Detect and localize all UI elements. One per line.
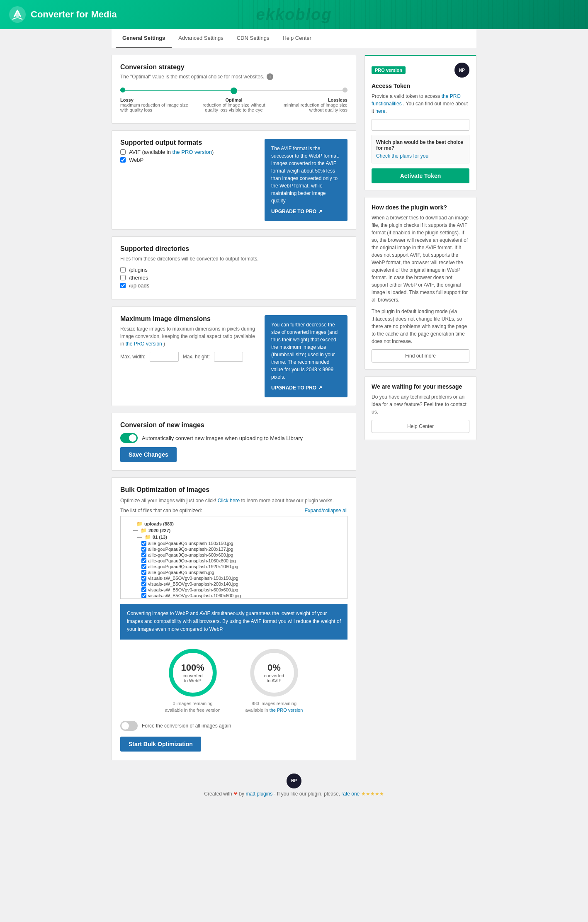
save-changes-button[interactable]: Save Changes: [120, 447, 177, 462]
uploads-checkbox[interactable]: [120, 283, 126, 288]
page-footer: NP Created with ❤ by matt plugins - If y…: [112, 767, 476, 803]
force-toggle[interactable]: [120, 721, 138, 731]
avif-checkbox[interactable]: [120, 149, 126, 155]
new-images-toggle-row: Automatically convert new images when up…: [120, 433, 347, 443]
strategy-slider[interactable]: Lossy maximum reduction of image size wi…: [120, 87, 347, 112]
footer-logo-icon: NP: [287, 774, 301, 788]
max-height-input[interactable]: [214, 352, 243, 362]
dirs-title: Supported directories: [120, 245, 347, 253]
dimensions-pro-link[interactable]: the PRO version: [126, 341, 162, 347]
help-center-button[interactable]: Help Center: [372, 420, 469, 433]
pro-version-card: PRO version NP Access Token Provide a va…: [364, 55, 476, 190]
tree-item: — 📁 2020 (227): [125, 527, 343, 534]
strategy-labels: Lossy maximum reduction of image size wi…: [120, 97, 347, 112]
file-checkbox[interactable]: [141, 564, 146, 569]
conversion-strategy-desc: The "Optimal" value is the most optimal …: [120, 73, 347, 80]
dir-list: /plugins /themes /uploads: [120, 267, 347, 289]
track-dot-lossy[interactable]: [120, 88, 125, 92]
file-checkbox[interactable]: [141, 581, 146, 586]
info-icon[interactable]: i: [267, 73, 273, 80]
tree-item: visuals-sW_B5OVgv0-unsplash-1060x600.jpg: [125, 593, 343, 598]
track-dots: [120, 88, 347, 94]
avif-percent: 0%: [262, 662, 287, 673]
file-checkbox[interactable]: [141, 576, 146, 581]
plugins-checkbox[interactable]: [120, 267, 126, 272]
tree-item: allie-gouPqaau9Qo-unsplash-1060x600.jpg: [125, 558, 343, 564]
new-images-toggle[interactable]: [120, 433, 138, 443]
rate-link[interactable]: rate one ★★★★★: [341, 791, 384, 797]
new-images-title: Conversion of new images: [120, 421, 347, 429]
avif-pro-link[interactable]: the PRO version: [270, 708, 303, 713]
tree-uploads-label: uploads (883): [144, 521, 174, 526]
track-dot-lossless[interactable]: [343, 88, 347, 92]
file-list-container: The list of files that can be optimized:…: [120, 508, 347, 599]
file-checkbox[interactable]: [141, 552, 146, 557]
token-input[interactable]: [372, 119, 469, 131]
tab-general-settings[interactable]: General Settings: [116, 29, 172, 48]
bulk-click-here[interactable]: Click here: [218, 498, 240, 504]
supported-dirs-card: Supported directories Files from these d…: [112, 236, 356, 300]
webp-percent: 100%: [180, 662, 205, 673]
new-images-label: Automatically convert new images when up…: [142, 435, 303, 441]
tab-help-center[interactable]: Help Center: [276, 29, 318, 48]
header-brand: ekkoblog: [256, 6, 332, 24]
formats-two-col: Supported output formats AVIF (available…: [120, 139, 347, 221]
activate-token-button[interactable]: Activate Token: [372, 168, 469, 183]
tree-item: allie-gouPqaau9Qo-unsplash-600x600.jpg: [125, 552, 343, 558]
file-checkbox[interactable]: [141, 587, 146, 592]
avif-label: AVIF (available in the PRO version): [129, 149, 214, 155]
tab-advanced-settings[interactable]: Advanced Settings: [172, 29, 230, 48]
expand-collapse-link[interactable]: Expand/collapse all: [305, 508, 347, 513]
file-tree-header: The list of files that can be optimized:…: [120, 508, 347, 513]
contact-card: We are waiting for your message Do you h…: [364, 376, 476, 440]
find-out-more-button[interactable]: Find out more: [372, 349, 469, 362]
file-checkbox[interactable]: [141, 541, 146, 546]
file-label: allie-gouPqaau9Qo-unsplash-1060x600.jpg: [148, 558, 236, 563]
uploads-label: /uploads: [129, 282, 149, 289]
file-list-header: The list of files that can be optimized:: [120, 508, 202, 513]
themes-checkbox[interactable]: [120, 275, 126, 280]
tabs-bar: General Settings Advanced Settings CDN S…: [112, 29, 476, 48]
track-dot-optimal[interactable]: [231, 88, 237, 94]
file-checkbox[interactable]: [141, 570, 146, 575]
tree-item: allie-gouPqaau9Qo-unsplash-200x137.jpg: [125, 546, 343, 552]
file-checkbox[interactable]: [141, 547, 146, 552]
dimensions-upgrade-link[interactable]: UPGRADE TO PRO ↗: [271, 384, 322, 392]
tree-item: — 📁 uploads (883): [125, 521, 343, 527]
check-plans-link[interactable]: Check the plans for you: [376, 153, 428, 159]
webp-row: WebP: [120, 157, 258, 163]
file-label: allie-gouPqaau9Qo-unsplash-600x600.jpg: [148, 552, 233, 557]
strategy-label-lossless: Lossless minimal reduction of image size…: [275, 97, 347, 112]
file-label: allie-gouPqaau9Qo-unsplash-150x150.jpg: [148, 541, 233, 546]
force-toggle-row: Force the conversion of all images again: [120, 721, 347, 731]
dir-uploads: /uploads: [120, 282, 347, 289]
file-checkbox[interactable]: [141, 593, 146, 598]
avif-circle: 0% converted to AVIF 883 images remainin…: [245, 648, 303, 713]
dimensions-row: Max. width: Max. height:: [120, 352, 258, 362]
start-bulk-button[interactable]: Start Bulk Optimization: [120, 737, 201, 752]
avif-avail: available in the PRO version: [245, 708, 303, 713]
matt-plugins-link[interactable]: matt plugins: [245, 791, 272, 797]
webp-label: converted to WebP: [180, 673, 205, 683]
file-label: allie-gouPqaau9Qo-unsplash-1920x1080.jpg: [148, 564, 238, 569]
folder-icon: 📁: [145, 534, 151, 540]
progress-circles: 100% converted to WebP 0 images remainin…: [120, 648, 347, 713]
file-tree[interactable]: — 📁 uploads (883) — 📁 2020 (227) —: [120, 516, 347, 599]
force-toggle-slider: [120, 721, 138, 731]
max-height-label: Max. height:: [183, 354, 210, 360]
stars: ★★★★★: [361, 791, 384, 797]
tab-cdn-settings[interactable]: CDN Settings: [230, 29, 276, 48]
contact-desc: Do you have any technical problems or an…: [372, 393, 469, 416]
formats-upgrade-link[interactable]: UPGRADE TO PRO ↗: [271, 208, 322, 215]
max-dimensions-card: Maximum image dimensions Resize large im…: [112, 307, 356, 406]
folder-icon: 📁: [141, 528, 147, 533]
file-checkbox[interactable]: [141, 558, 146, 563]
bulk-desc: Optimize all your images with just one c…: [120, 497, 347, 504]
avif-label: converted to AVIF: [262, 673, 287, 683]
file-label: visuals-sW_B5OVgv0-unsplash-150x150.jpg: [148, 576, 238, 581]
plugins-label: /plugins: [129, 267, 148, 273]
webp-checkbox[interactable]: [120, 157, 126, 163]
max-width-input[interactable]: [150, 352, 179, 362]
here-link[interactable]: here: [375, 108, 385, 114]
avif-pro-link[interactable]: the PRO version: [173, 149, 212, 155]
